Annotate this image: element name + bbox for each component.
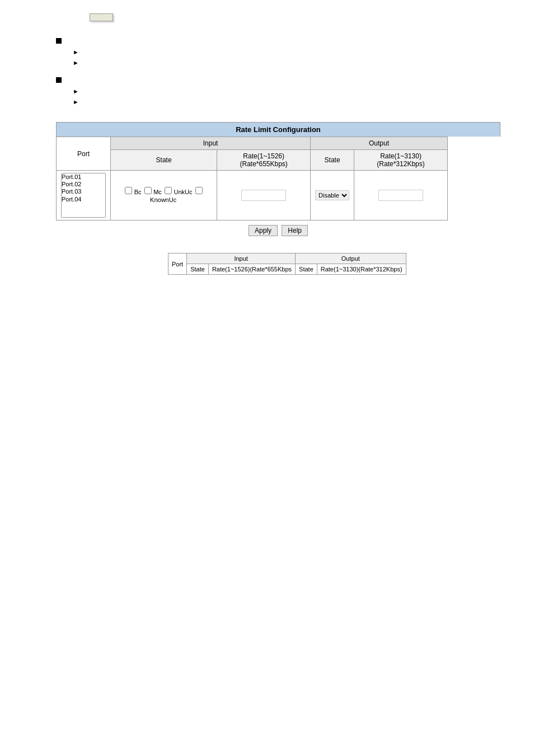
help-button[interactable]: Help — [282, 225, 308, 236]
section2-arrow1: ► — [73, 87, 500, 95]
bc-checkbox[interactable] — [125, 187, 132, 194]
table-row: Port.01 Port.02 Port.03 Port.04 Bc Mc Un… — [57, 171, 448, 220]
input-rate-field[interactable] — [241, 190, 286, 201]
output-rate-subheader: Rate(1~3130)(Rate*312Kbps) — [354, 150, 448, 171]
out-output-state-header: State — [296, 264, 317, 275]
input-rate-cell — [217, 171, 311, 220]
content-area: ► ► ► ► Rate Limit Configuration Port — [56, 38, 500, 275]
output-rate-field[interactable] — [378, 190, 423, 201]
arrow-right-icon-4: ► — [73, 98, 79, 105]
knownuc-checkbox[interactable] — [195, 187, 203, 194]
arrow-right-icon: ► — [73, 49, 79, 55]
rate-limit-title: Rate Limit Configuration — [56, 122, 500, 137]
section1-bullet — [56, 38, 500, 44]
section1-arrow2: ► — [73, 59, 500, 66]
out-output-header: Output — [296, 253, 406, 264]
checkbox-cell: Bc Mc UnkUc KnownUc — [111, 171, 217, 220]
bullet-square-icon-2 — [56, 77, 62, 83]
button-row: Apply Help — [56, 225, 500, 236]
arrow-right-icon-3: ► — [73, 88, 79, 95]
state-subheader: State — [111, 150, 217, 171]
out-state-header: State — [187, 264, 209, 275]
unkuc-label: UnkUc — [174, 189, 193, 195]
input-rate-subheader: Rate(1~1526)(Rate*655Kbps) — [217, 150, 311, 171]
bullet-square-icon — [56, 38, 62, 44]
output-group-header: Output — [311, 137, 448, 150]
section-2: ► ► — [56, 77, 500, 105]
section-1: ► ► — [56, 38, 500, 66]
section2-bullet — [56, 77, 500, 83]
output-state-cell: Disable Enable — [311, 171, 354, 220]
section2-arrow2: ► — [73, 98, 500, 105]
output-state-select[interactable]: Disable Enable — [315, 190, 349, 200]
port-header: Port — [57, 137, 111, 171]
bc-label: Bc — [134, 189, 142, 195]
rate-limit-section: Rate Limit Configuration Port Input Outp… — [56, 122, 500, 236]
top-button-area — [90, 11, 523, 21]
knownuc-label: KnownUc — [150, 196, 176, 203]
top-action-button[interactable] — [90, 13, 113, 21]
port-list-cell[interactable]: Port.01 Port.02 Port.03 Port.04 — [57, 171, 111, 220]
out-input-header: Input — [187, 253, 296, 264]
output-rate-cell — [354, 171, 448, 220]
unkuc-checkbox[interactable] — [165, 187, 172, 194]
input-group-header: Input — [111, 137, 311, 150]
output-section: Port Input Output State Rate(1~1526)(Rat… — [168, 253, 500, 275]
mc-checkbox[interactable] — [144, 187, 152, 194]
out-port-header: Port — [168, 253, 187, 275]
output-state-subheader: State — [311, 150, 354, 171]
rate-limit-table: Port Input Output State Rate(1~1526)(Rat… — [56, 137, 448, 220]
out-input-rate-header: Rate(1~1526)(Rate*655Kbps — [208, 264, 295, 275]
out-output-rate-header: Rate(1~3130)(Rate*312Kbps) — [317, 264, 406, 275]
section1-arrow1: ► — [73, 48, 500, 55]
arrow-right-icon-2: ► — [73, 59, 79, 66]
apply-button[interactable]: Apply — [249, 225, 278, 236]
port-select[interactable]: Port.01 Port.02 Port.03 Port.04 — [61, 173, 106, 218]
mc-label: Mc — [153, 189, 162, 195]
output-display-table: Port Input Output State Rate(1~1526)(Rat… — [168, 253, 406, 275]
